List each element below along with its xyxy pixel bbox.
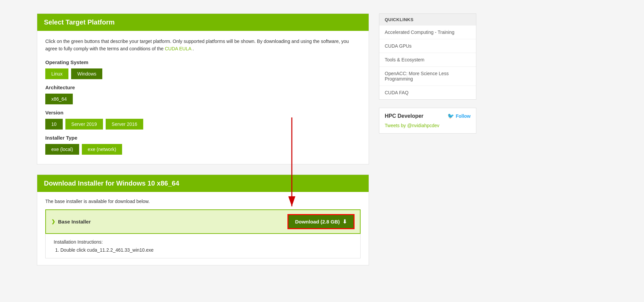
description-text: Click on the green buttons that describe… <box>45 39 349 51</box>
installation-instructions: Installation Instructions: Double click … <box>45 234 361 258</box>
follow-button[interactable]: 🐦 Follow <box>447 113 471 119</box>
select-platform-header: Select Target Platform <box>37 14 369 31</box>
installer-exe-network-btn[interactable]: exe (network) <box>82 144 122 155</box>
instruction-step-1: Double click cuda_11.2.2_461.33_win10.ex… <box>60 247 352 253</box>
version-10-btn[interactable]: 10 <box>45 119 63 130</box>
version-server2019-btn[interactable]: Server 2019 <box>65 119 103 130</box>
quicklink-accelerated[interactable]: Accelerated Computing - Training <box>379 26 476 39</box>
quicklink-cuda-gpus[interactable]: CUDA GPUs <box>379 39 476 53</box>
instructions-title: Installation Instructions: <box>54 239 352 245</box>
platform-description: Click on the green buttons that describe… <box>45 38 361 53</box>
cuda-eula-link[interactable]: CUDA EULA <box>165 46 191 51</box>
page-wrapper: Select Target Platform Click on the gree… <box>0 0 644 302</box>
os-windows-btn[interactable]: Windows <box>71 68 102 79</box>
version-label: Version <box>45 110 361 115</box>
installer-type-btn-group: exe (local) exe (network) <box>45 144 361 155</box>
hpc-dev-title: HPC Developer <box>385 113 424 119</box>
available-text: The base installer is available for down… <box>45 199 361 204</box>
quicklink-openacc[interactable]: OpenACC: More Science Less Programming <box>379 67 476 86</box>
description-end: . <box>193 46 194 51</box>
download-button[interactable]: Download (2.8 GB) ⬇ <box>287 214 355 229</box>
list-item: Accelerated Computing - Training <box>379 26 476 39</box>
hpc-dev-header: HPC Developer 🐦 Follow <box>385 113 471 119</box>
sidebar: QUICKLINKS Accelerated Computing - Train… <box>376 0 483 302</box>
quicklink-cuda-faq[interactable]: CUDA FAQ <box>379 86 476 99</box>
follow-label: Follow <box>456 113 471 119</box>
chevron-icon: ❯ <box>51 219 55 224</box>
select-platform-body: Click on the green buttons that describe… <box>37 31 369 164</box>
os-linux-btn[interactable]: Linux <box>45 68 68 79</box>
select-platform-card: Select Target Platform Click on the gree… <box>37 13 369 164</box>
download-btn-label: Download (2.8 GB) <box>295 219 340 224</box>
list-item: CUDA FAQ <box>379 86 476 99</box>
installer-type-label: Installer Type <box>45 135 361 141</box>
list-item: Tools & Ecosystem <box>379 53 476 67</box>
tweets-link[interactable]: Tweets by @nvidiahpcdev <box>385 123 439 128</box>
version-btn-group: 10 Server 2019 Server 2016 <box>45 119 361 130</box>
download-title: Download Installer for Windows 10 x86_64 <box>44 180 179 187</box>
quicklinks-header: QUICKLINKS <box>379 14 476 26</box>
download-card: Download Installer for Windows 10 x86_64… <box>37 174 369 265</box>
arch-label: Architecture <box>45 85 361 90</box>
arch-btn-group: x86_64 <box>45 94 361 104</box>
download-body: The base installer is available for down… <box>37 192 369 265</box>
quicklink-tools[interactable]: Tools & Ecosystem <box>379 53 476 66</box>
os-label: Operating System <box>45 59 361 65</box>
arch-x86_64-btn[interactable]: x86_64 <box>45 94 73 104</box>
hpc-developer-section: HPC Developer 🐦 Follow Tweets by @nvidia… <box>379 108 476 134</box>
quicklinks-list: Accelerated Computing - Training CUDA GP… <box>379 26 476 99</box>
main-content: Select Target Platform Click on the gree… <box>0 0 376 302</box>
download-icon: ⬇ <box>342 218 347 225</box>
quicklinks-box: QUICKLINKS Accelerated Computing - Train… <box>379 13 476 100</box>
select-platform-title: Select Target Platform <box>44 18 115 26</box>
list-item: CUDA GPUs <box>379 39 476 53</box>
version-server2016-btn[interactable]: Server 2016 <box>106 119 143 130</box>
download-header: Download Installer for Windows 10 x86_64 <box>37 175 369 192</box>
twitter-icon: 🐦 <box>447 113 454 119</box>
base-installer-label: ❯ Base Installer <box>51 219 287 224</box>
list-item: OpenACC: More Science Less Programming <box>379 67 476 86</box>
base-installer-text: Base Installer <box>58 219 91 224</box>
installer-exe-local-btn[interactable]: exe (local) <box>45 144 79 155</box>
instructions-list: Double click cuda_11.2.2_461.33_win10.ex… <box>60 247 352 253</box>
os-btn-group: Linux Windows <box>45 68 361 79</box>
base-installer-row: ❯ Base Installer Download (2.8 GB) ⬇ <box>45 209 361 234</box>
